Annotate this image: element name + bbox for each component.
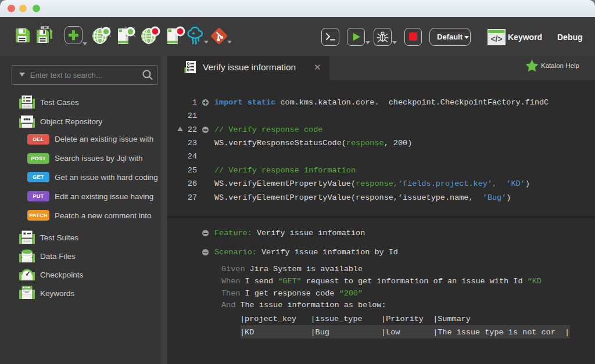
svg-text:</>: </>: [490, 34, 502, 44]
